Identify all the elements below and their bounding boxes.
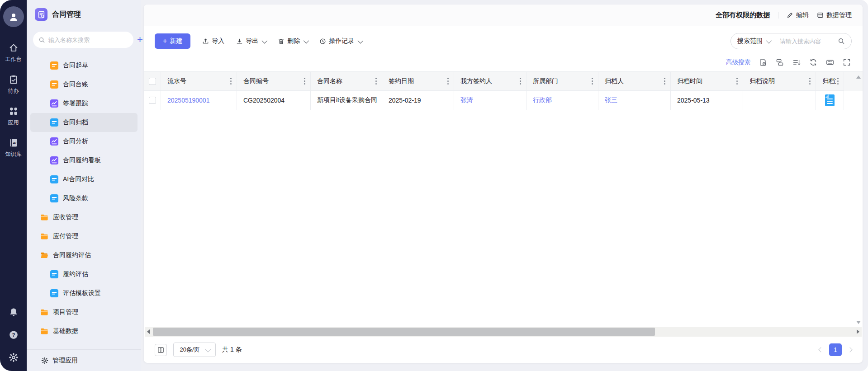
person-icon: [8, 11, 19, 22]
main-area: 全部有权限的数据 编辑 数据管理 + 新建 导入: [141, 0, 868, 371]
search-input[interactable]: [780, 38, 833, 45]
column-menu-icon[interactable]: [518, 76, 522, 86]
cell-link-archiver[interactable]: 张三: [605, 96, 617, 104]
scroll-up-arrow[interactable]: [856, 75, 861, 79]
column-list-icon[interactable]: [792, 58, 801, 66]
manage-app-button[interactable]: 管理应用: [27, 349, 141, 371]
edit-button[interactable]: 编辑: [787, 11, 809, 19]
row-height-icon: [157, 347, 164, 353]
toolbar: + 新建 导入 导出 删除 操作记录: [144, 26, 863, 56]
upload-icon: [202, 38, 209, 45]
sidebar-item[interactable]: 合同分析: [30, 132, 138, 151]
sidebar-item-label: AI合同对比: [63, 175, 94, 183]
prev-page-button[interactable]: [818, 347, 823, 352]
data-management-button[interactable]: 数据管理: [817, 11, 852, 19]
settings-button[interactable]: [8, 352, 19, 363]
utility-row: 高级搜索: [144, 56, 863, 71]
sidebar-item[interactable]: 项目管理: [30, 303, 138, 322]
import-button[interactable]: 导入: [202, 37, 224, 45]
user-avatar[interactable]: [3, 6, 24, 27]
column-menu-icon[interactable]: [590, 76, 594, 86]
layout-swap-icon[interactable]: [776, 58, 784, 66]
scrollbar-thumb[interactable]: [153, 328, 655, 336]
help-button[interactable]: ?: [8, 329, 19, 340]
chevron-down-icon: [358, 38, 364, 43]
sidebar-item[interactable]: 合同台账: [30, 75, 138, 94]
column-menu-icon[interactable]: [836, 76, 840, 86]
cell-link-serial[interactable]: 202505190001: [167, 97, 209, 104]
scroll-down-arrow[interactable]: [856, 321, 861, 324]
vertical-scrollbar[interactable]: [856, 75, 861, 324]
column-label: 签约日期: [389, 77, 446, 85]
search-bar: 搜索范围: [730, 33, 852, 49]
doc-orange-icon: [50, 61, 58, 70]
sidebar-item[interactable]: 评估模板设置: [30, 284, 138, 303]
delete-button[interactable]: 删除: [278, 37, 308, 45]
rail-item-apps[interactable]: 应用: [5, 106, 22, 127]
sidebar-search[interactable]: [33, 32, 133, 48]
horizontal-scrollbar[interactable]: [145, 327, 862, 337]
search-range-dropdown[interactable]: 搜索范围: [737, 37, 770, 45]
pencil-icon: [787, 12, 793, 19]
page-size-select[interactable]: 20条/页: [173, 343, 216, 357]
trash-icon: [278, 38, 285, 45]
cell-sign_date: 2025-02-19: [382, 91, 454, 110]
rail-item-workbench[interactable]: 工作台: [5, 42, 22, 63]
rail-item-todo[interactable]: 待办: [5, 74, 22, 95]
sidebar-item-label: 基础数据: [53, 327, 78, 335]
doc-file-icon[interactable]: [825, 94, 835, 106]
row-height-button[interactable]: [155, 344, 167, 356]
search-icon[interactable]: [838, 38, 845, 45]
export-file-icon[interactable]: [759, 58, 767, 66]
column-menu-icon[interactable]: [446, 76, 450, 86]
column-header-archive_time: 归档时间: [671, 72, 743, 91]
sidebar-item[interactable]: 合同履约评估: [30, 246, 138, 265]
sidebar-item[interactable]: 合同归档: [30, 113, 138, 132]
column-menu-icon[interactable]: [303, 76, 307, 86]
keyboard-icon[interactable]: [826, 58, 834, 66]
sidebar-item[interactable]: AI合同对比: [30, 170, 138, 189]
fullscreen-icon[interactable]: [843, 58, 851, 66]
sidebar-item[interactable]: 应付管理: [30, 227, 138, 246]
sidebar-item[interactable]: 应收管理: [30, 208, 138, 227]
sidebar-item-label: 合同归档: [63, 118, 88, 127]
column-menu-icon[interactable]: [808, 76, 812, 86]
scroll-left-arrow[interactable]: [145, 329, 152, 334]
next-page-button[interactable]: [847, 347, 852, 352]
refresh-icon[interactable]: [809, 58, 817, 66]
chart-violet-icon: [50, 137, 58, 146]
column-menu-icon[interactable]: [229, 76, 233, 86]
notifications-button[interactable]: [8, 307, 19, 318]
cell-archive_time: 2025-05-13: [671, 91, 743, 110]
column-menu-icon[interactable]: [374, 76, 378, 86]
sidebar-item[interactable]: 风险条款: [30, 189, 138, 208]
sidebar-search-input[interactable]: [48, 37, 128, 43]
column-menu-icon[interactable]: [663, 76, 667, 86]
advanced-search-link[interactable]: 高级搜索: [726, 58, 750, 66]
scroll-right-arrow[interactable]: [854, 329, 862, 334]
sidebar-item[interactable]: 签署跟踪: [30, 94, 138, 113]
cell-contract_no: CG202502004: [237, 91, 311, 110]
cell-link-our_signer[interactable]: 张涛: [460, 96, 473, 104]
doc-blue-icon: [50, 194, 58, 202]
table-header-row: 流水号合同编号合同名称签约日期我方签约人所属部门归档人归档时间归档说明归档文件: [144, 72, 863, 91]
export-button[interactable]: 导出: [236, 37, 266, 45]
rail-bottom: ?: [8, 307, 19, 363]
row-checkbox[interactable]: [149, 97, 156, 104]
sidebar-item-label: 合同起草: [63, 61, 88, 70]
table: 流水号合同编号合同名称签约日期我方签约人所属部门归档人归档时间归档说明归档文件 …: [144, 71, 863, 327]
select-all-checkbox[interactable]: [149, 78, 156, 85]
sidebar-item[interactable]: 合同起草: [30, 56, 138, 75]
rail-item-knowledge[interactable]: AI知识库: [5, 137, 22, 158]
column-menu-icon[interactable]: [735, 76, 739, 86]
page-number[interactable]: 1: [829, 343, 842, 356]
new-button[interactable]: + 新建: [155, 33, 190, 49]
sidebar-item[interactable]: 基础数据: [30, 322, 138, 341]
sidebar-item[interactable]: 履约评估: [30, 265, 138, 284]
operation-log-button[interactable]: 操作记录: [319, 37, 362, 45]
cell-link-department[interactable]: 行政部: [533, 96, 552, 104]
column-header-archive_file: 归档文件: [816, 72, 844, 91]
sidebar-item[interactable]: 合同履约看板: [30, 151, 138, 170]
cell-archive_file: [816, 91, 844, 110]
search-icon: [38, 37, 45, 43]
